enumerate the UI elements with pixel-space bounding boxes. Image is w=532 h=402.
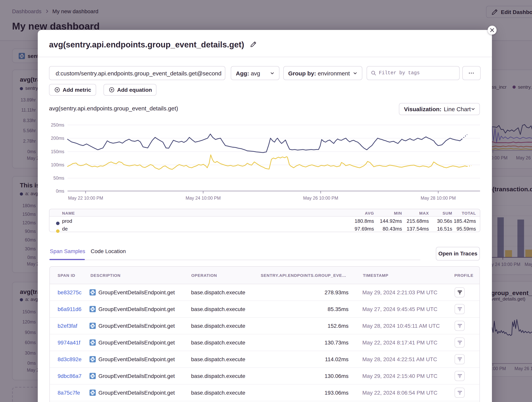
svg-text:100ms: 100ms	[51, 162, 64, 167]
svg-text:May 28 10:00 PM: May 28 10:00 PM	[420, 196, 456, 201]
svg-text:50ms: 50ms	[53, 176, 64, 181]
svg-text:200ms: 200ms	[51, 136, 64, 141]
svg-text:May 26 10:00 PM: May 26 10:00 PM	[303, 196, 338, 201]
svg-text:250ms: 250ms	[51, 123, 64, 128]
svg-text:May 24 10:00 PM: May 24 10:00 PM	[185, 196, 221, 201]
svg-text:0ms: 0ms	[56, 189, 64, 194]
svg-text:May 22 10:00 PM: May 22 10:00 PM	[68, 196, 103, 201]
svg-text:150ms: 150ms	[51, 149, 64, 154]
